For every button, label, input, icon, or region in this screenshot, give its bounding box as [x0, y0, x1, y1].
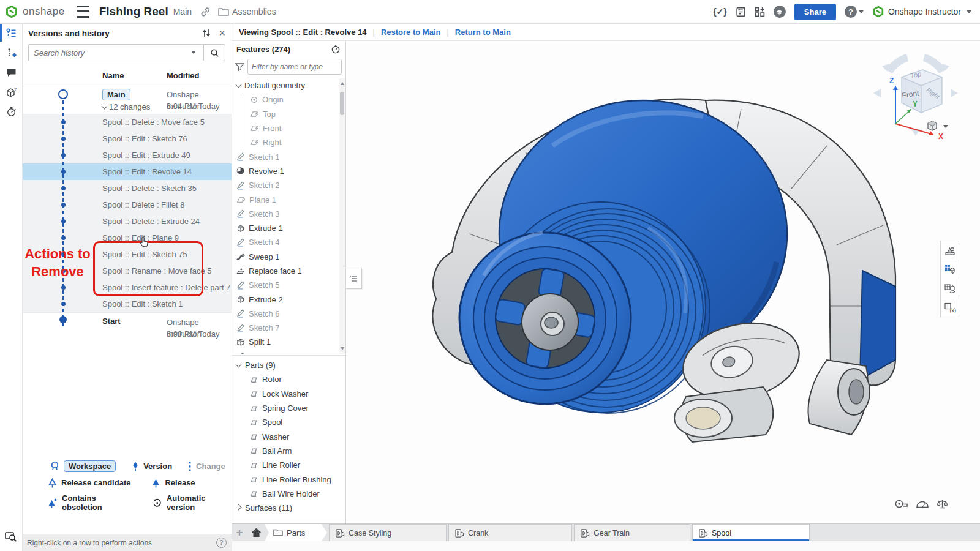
- release-notes-icon[interactable]: [736, 7, 746, 17]
- protractor-icon[interactable]: [916, 500, 929, 508]
- part-row[interactable]: Lock Washer: [232, 387, 345, 401]
- partstudio-icon: [336, 529, 345, 538]
- feature-row[interactable]: Sketch 6: [232, 307, 345, 321]
- feature-row[interactable]: Sweep 1: [232, 250, 345, 264]
- part-row[interactable]: Spring Cover: [232, 401, 345, 415]
- features-scrollbar[interactable]: [339, 78, 345, 354]
- top-bar: onshape Fishing Reel Main Assemblies {✓}…: [0, 0, 980, 24]
- linked-assemblies[interactable]: Assemblies: [232, 7, 276, 17]
- feature-row[interactable]: Sketch 7: [232, 321, 345, 335]
- part-row[interactable]: Spool: [232, 415, 345, 429]
- parts-group-header[interactable]: Parts (9): [232, 358, 345, 372]
- featurescript-icon[interactable]: {✓}: [713, 7, 727, 17]
- restore-to-main-link[interactable]: Restore to Main: [381, 28, 441, 37]
- history-row[interactable]: Spool :: Edit : Revolve 14: [22, 163, 232, 180]
- onshape-logo-icon: [5, 5, 18, 18]
- feature-row[interactable]: Split 1: [232, 335, 345, 349]
- feature-row[interactable]: Sketch 1: [232, 149, 345, 163]
- feature-filter-input[interactable]: [247, 59, 342, 75]
- history-row-start[interactable]: Start Onshape Instructor 6:00 PM Today: [22, 312, 232, 341]
- history-row[interactable]: Spool :: Delete : Sketch 35: [22, 180, 232, 197]
- feature-row[interactable]: Sketch 4: [232, 235, 345, 249]
- feature-row[interactable]: Plane 1: [232, 192, 345, 206]
- mass-properties-icon[interactable]: [937, 499, 948, 509]
- appearance-panel-button[interactable]: [940, 241, 959, 260]
- history-row[interactable]: Spool :: Delete : Fillet 8: [22, 197, 232, 213]
- feature-row[interactable]: Front: [232, 121, 345, 135]
- status-help-icon[interactable]: ?: [216, 538, 227, 548]
- history-row[interactable]: Spool :: Edit : Extrude 49: [22, 147, 232, 163]
- learning-center-icon[interactable]: [774, 6, 786, 18]
- history-row[interactable]: Spool :: Delete : Extrude 24: [22, 213, 232, 230]
- help-menu[interactable]: ?: [845, 6, 864, 18]
- variables-panel-button[interactable]: (x): [940, 298, 959, 317]
- replace-face-icon: [236, 267, 245, 276]
- search-filter-caret-icon[interactable]: [191, 51, 196, 54]
- user-menu[interactable]: Onshape Instructor: [872, 6, 971, 18]
- rail-versions-and-history[interactable]: [0, 23, 22, 43]
- compare-versions-icon[interactable]: [202, 28, 211, 38]
- search-history-input[interactable]: [28, 44, 203, 61]
- feature-row[interactable]: Revolve 1: [232, 164, 345, 178]
- part-row[interactable]: Rotor: [232, 372, 345, 386]
- home-tab-button[interactable]: [247, 524, 265, 541]
- document-menu-icon[interactable]: [77, 6, 89, 18]
- feature-row[interactable]: Extrude 1: [232, 221, 345, 235]
- return-to-main-link[interactable]: Return to Main: [455, 28, 511, 37]
- history-row-main[interactable]: Main 12 changes Onshape Instructor 6:04 …: [22, 86, 232, 114]
- branch-name[interactable]: Main: [173, 7, 192, 17]
- tab-crank[interactable]: Crank: [448, 524, 572, 541]
- new-tab-button[interactable]: +: [232, 524, 247, 541]
- feature-row[interactable]: Extrude 2: [232, 292, 345, 306]
- app-store-icon[interactable]: [755, 7, 765, 17]
- rail-history-timer[interactable]: [0, 102, 22, 121]
- part-row[interactable]: Bail Wire Holder: [232, 487, 345, 501]
- document-title: Fishing Reel: [99, 5, 168, 18]
- tables-panel-button[interactable]: [940, 260, 959, 279]
- changes-toggle[interactable]: 12 changes: [102, 102, 150, 111]
- rollback-timer-icon[interactable]: [331, 44, 341, 54]
- feature-row[interactable]: Top: [232, 107, 345, 121]
- rail-comments[interactable]: [0, 62, 22, 82]
- close-panel-icon[interactable]: ×: [219, 27, 225, 40]
- feature-row[interactable]: Sketch 8: [232, 350, 345, 354]
- rail-documentation-cube[interactable]: ?: [0, 82, 22, 102]
- tab-case-styling[interactable]: Case Styling: [329, 524, 447, 541]
- feature-row[interactable]: Sketch 3: [232, 207, 345, 221]
- default-geometry-header[interactable]: Default geometry: [232, 78, 345, 92]
- search-button[interactable]: [203, 44, 225, 61]
- view-options-dropdown[interactable]: [926, 120, 948, 132]
- feature-row[interactable]: Origin: [232, 92, 345, 107]
- onshape-logo[interactable]: onshape: [0, 5, 71, 18]
- workspace-node-icon[interactable]: [58, 89, 68, 99]
- rail-follow-mode[interactable]: [0, 527, 22, 546]
- filter-funnel-icon[interactable]: [235, 62, 244, 71]
- history-row[interactable]: Spool :: Edit : Sketch 1: [22, 296, 232, 312]
- rail-create-version[interactable]: [0, 43, 22, 62]
- main-branch-badge[interactable]: Main: [102, 89, 130, 100]
- part-row[interactable]: Line Roller Bushing: [232, 472, 345, 486]
- tab-gear-train[interactable]: Gear Train: [574, 524, 690, 541]
- tab-parts[interactable]: Parts: [265, 524, 327, 541]
- part-row[interactable]: Line Roller: [232, 458, 345, 472]
- help-icon: ?: [845, 6, 857, 18]
- viewport-3d[interactable]: Top Front Right Z X Y (x): [345, 40, 980, 523]
- history-row[interactable]: Spool :: Insert feature : Delete part 7: [22, 279, 232, 296]
- feature-row[interactable]: Sketch 2: [232, 178, 345, 192]
- share-button[interactable]: Share: [794, 4, 836, 20]
- history-row[interactable]: Spool :: Edit : Sketch 76: [22, 130, 232, 147]
- tab-spool[interactable]: Spool: [692, 524, 810, 541]
- feature-list-flyout-handle[interactable]: [345, 268, 362, 289]
- feature-row[interactable]: Right: [232, 135, 345, 149]
- create-version-icon: [6, 48, 17, 58]
- link-icon[interactable]: [200, 7, 211, 17]
- tape-measure-icon[interactable]: [894, 499, 908, 509]
- configurations-panel-button[interactable]: [940, 279, 959, 298]
- history-row[interactable]: Spool :: Edit : Plane 9: [22, 230, 232, 246]
- feature-row[interactable]: Replace face 1: [232, 264, 345, 278]
- part-row[interactable]: Bail Arm: [232, 444, 345, 458]
- history-row[interactable]: Spool :: Delete : Move face 5: [22, 114, 232, 130]
- part-row[interactable]: Washer: [232, 429, 345, 443]
- surfaces-group-header[interactable]: Surfaces (11): [232, 501, 345, 515]
- feature-row[interactable]: Sketch 5: [232, 278, 345, 292]
